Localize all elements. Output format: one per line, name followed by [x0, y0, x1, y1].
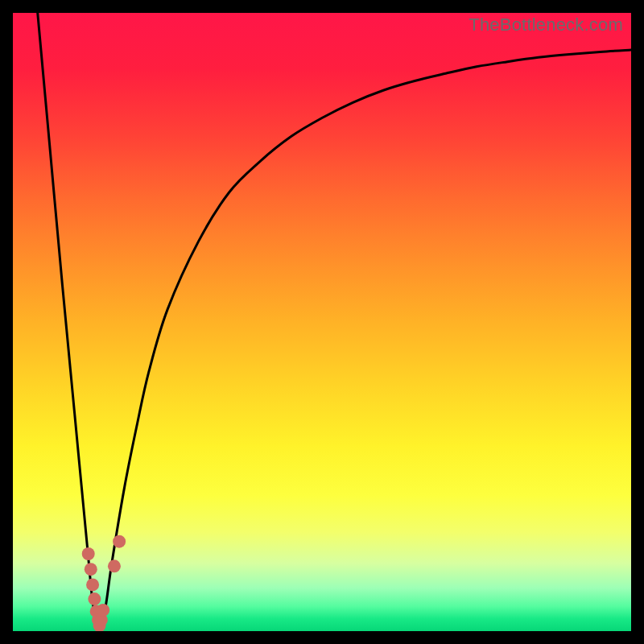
highlight-point — [113, 535, 126, 548]
highlight-point — [82, 547, 95, 560]
chart-frame: TheBottleneck.com — [0, 0, 644, 644]
highlight-point — [86, 578, 99, 591]
plot-area: TheBottleneck.com — [13, 13, 631, 631]
highlight-point — [108, 559, 121, 572]
chart-svg — [13, 13, 631, 631]
highlight-point — [97, 604, 109, 617]
highlight-point — [88, 592, 101, 605]
highlight-point — [85, 563, 97, 576]
highlight-points — [82, 535, 126, 631]
bottleneck-curve — [38, 13, 631, 631]
